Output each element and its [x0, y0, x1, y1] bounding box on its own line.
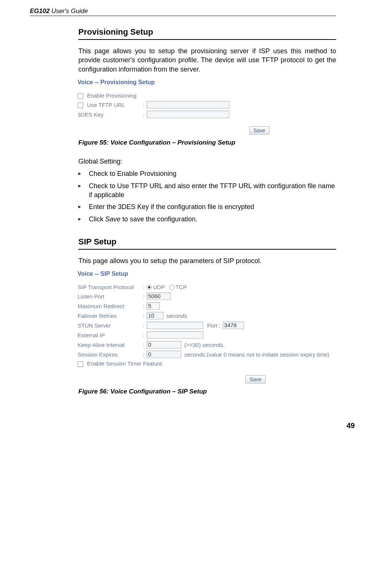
external-ip-input[interactable] — [147, 331, 203, 339]
bullet-save-text: Click Save to save the configuration. — [89, 215, 197, 224]
sip-figure: Voice -- SIP Setup SIP Transport Protoco… — [78, 271, 336, 383]
stun-server-label: STUN Server — [78, 322, 143, 329]
bullet-text: Check to Enable Provisioning — [89, 169, 176, 178]
session-expires-label: Session Expires — [78, 351, 143, 358]
page-number: 49 — [0, 421, 366, 434]
tftp-url-input[interactable] — [147, 101, 229, 108]
sip-fig-title: Voice -- SIP Setup — [78, 271, 336, 277]
keepalive-label: Keep-Alive Interval — [78, 342, 143, 348]
bullet-arrow-icon: ▸ — [78, 202, 89, 210]
session-note: seconds.(value 0 means not to initiate s… — [184, 351, 329, 358]
header-suffix: User's Guide — [50, 7, 88, 15]
external-ip-label: External IP — [78, 332, 143, 338]
bullet-text: Enter the 3DES Key if the configuration … — [89, 202, 254, 211]
figure-56-caption: Figure 56: Voice Configuration – SIP Set… — [78, 388, 336, 395]
bullet-arrow-icon: ▸ — [78, 215, 89, 222]
max-redirect-input[interactable]: 5 — [147, 302, 160, 310]
enable-session-timer-label: Enable Session Timer Feature. — [87, 360, 164, 367]
bullet-save-prefix: Click — [89, 215, 105, 223]
udp-radio[interactable] — [147, 285, 152, 290]
sip-intro-text: This page allows you to setup the parame… — [78, 256, 336, 265]
des-key-label: 3DES Key — [78, 111, 143, 118]
des-key-input[interactable] — [147, 111, 229, 118]
provisioning-save-button[interactable]: Save — [249, 126, 269, 135]
provisioning-setup-heading: Provisioning Setup — [78, 27, 336, 40]
failover-retries-label: Failover Retries — [78, 313, 143, 319]
enable-provisioning-label: Enable Provisioning — [87, 92, 137, 99]
tcp-label: TCP — [176, 284, 187, 290]
sip-save-button[interactable]: Save — [245, 375, 266, 383]
provisioning-fig-title: Voice -- Provisioning Setup — [78, 79, 336, 86]
bullet-arrow-icon: ▸ — [78, 169, 89, 177]
failover-retries-input[interactable]: 10 — [147, 312, 163, 319]
keepalive-note: (>=30) seconds. — [184, 342, 225, 348]
udp-label: UDP — [153, 284, 165, 290]
bullet-save-suffix: to save the configuration. — [121, 215, 197, 223]
provisioning-figure: Voice -- Provisioning Setup Enable Provi… — [78, 79, 336, 135]
seconds-label: seconds — [166, 313, 187, 319]
keepalive-input[interactable]: 0 — [147, 341, 181, 348]
stun-port-label: Port : — [207, 322, 220, 329]
bullet-text: Check to Use TFTP URL and also enter the… — [89, 181, 336, 200]
use-tftp-checkbox[interactable] — [78, 102, 83, 108]
provisioning-bullets: ▸Check to Enable Provisioning ▸Check to … — [78, 169, 336, 223]
page-header: EG102 User's Guide — [30, 7, 336, 16]
session-expires-input[interactable]: 0 — [147, 351, 181, 358]
provisioning-intro-text: This page allows you to setup the provis… — [78, 47, 336, 74]
stun-port-input[interactable]: 3478 — [223, 322, 244, 329]
enable-provisioning-checkbox[interactable] — [78, 93, 83, 99]
use-tftp-label: Use TFTP URL — [87, 102, 125, 108]
listen-port-input[interactable]: 5060 — [147, 293, 171, 300]
bullet-save-word: Save — [105, 215, 121, 223]
bullet-arrow-icon: ▸ — [78, 181, 89, 189]
listen-port-label: Listen Port — [78, 293, 143, 300]
figure-55-caption: Figure 55: Voice Configuration – Provisi… — [78, 139, 336, 146]
transport-protocol-label: SIP Transport Protocol — [78, 284, 143, 290]
sip-setup-heading: SIP Setup — [78, 237, 336, 250]
tcp-radio[interactable] — [169, 285, 175, 290]
max-redirect-label: Maximum Redirect — [78, 303, 143, 309]
product-name: EG102 — [30, 7, 50, 15]
global-setting-label: Global Setting: — [78, 158, 336, 165]
stun-server-input[interactable] — [147, 322, 203, 329]
enable-session-timer-checkbox[interactable] — [78, 361, 83, 367]
